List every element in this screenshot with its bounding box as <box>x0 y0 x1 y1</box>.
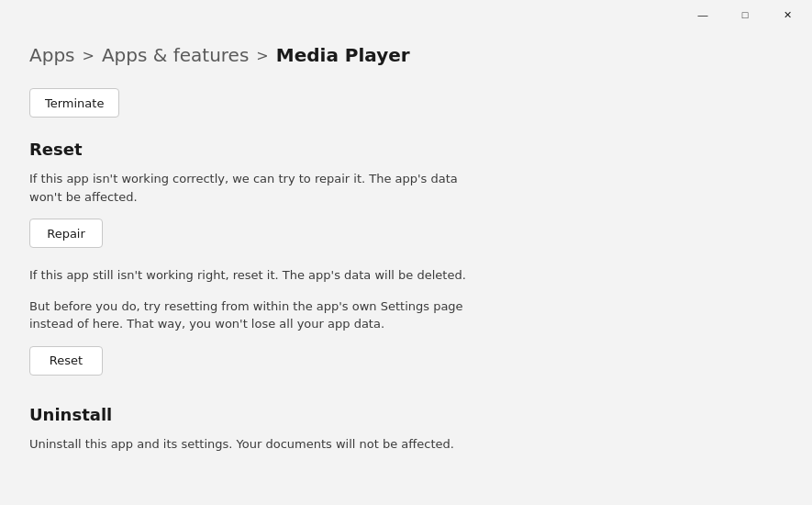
minimize-button[interactable]: — <box>682 0 724 29</box>
terminate-button[interactable]: Terminate <box>29 88 119 118</box>
close-button[interactable]: ✕ <box>766 0 808 29</box>
reset-button[interactable]: Reset <box>29 346 103 376</box>
reset-description-1: If this app still isn't working right, r… <box>29 266 479 285</box>
main-content: Apps > Apps & features > Media Player Te… <box>0 29 812 505</box>
reset-title: Reset <box>29 140 783 159</box>
uninstall-title: Uninstall <box>29 405 783 424</box>
breadcrumb-apps-features[interactable]: Apps & features <box>102 44 249 66</box>
breadcrumb-apps[interactable]: Apps <box>29 44 75 66</box>
uninstall-description: Uninstall this app and its settings. You… <box>29 435 479 454</box>
repair-button[interactable]: Repair <box>29 219 103 248</box>
maximize-button[interactable]: □ <box>724 0 766 29</box>
reset-description-2: But before you do, try resetting from wi… <box>29 297 479 333</box>
breadcrumb-separator-1: > <box>83 47 95 64</box>
breadcrumb-separator-2: > <box>256 47 268 64</box>
breadcrumb: Apps > Apps & features > Media Player <box>29 44 783 66</box>
title-bar: — □ ✕ <box>0 0 812 29</box>
repair-description: If this app isn't working correctly, we … <box>29 170 479 206</box>
breadcrumb-media-player: Media Player <box>276 44 410 66</box>
uninstall-section: Uninstall Uninstall this app and its set… <box>29 405 783 454</box>
reset-section: Reset If this app isn't working correctl… <box>29 140 783 376</box>
